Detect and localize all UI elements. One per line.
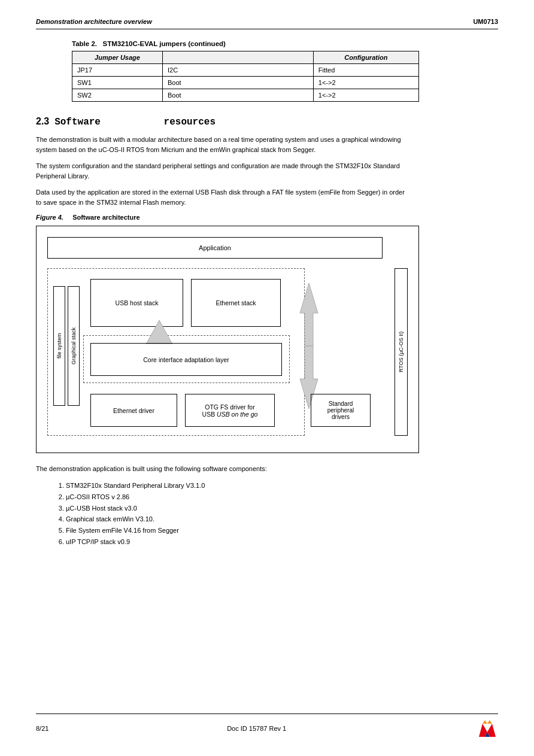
list-item: File System emFile V4.16 from Segger [66, 525, 498, 536]
application-bar: Application [47, 237, 383, 259]
section-heading: 2.3 Software resources [36, 116, 498, 127]
st-logo-svg [477, 718, 498, 739]
para-3: Data used by the application are stored … [36, 187, 407, 208]
list-item: Graphical stack emWin V3.10. [66, 514, 498, 525]
small-up-arrow [141, 317, 177, 344]
table-name: STM3210C-EVAL jumpers (continued) [103, 40, 226, 47]
list-item: µC-OSII RTOS v 2.86 [66, 491, 498, 503]
table-label: Table 2. [72, 40, 97, 47]
arrow-up-svg [294, 277, 324, 349]
small-arrow-svg [141, 317, 177, 344]
col-empty [163, 51, 314, 64]
rtos-label: RTOS (µC-OS II) [395, 268, 408, 436]
table-title: Table 2. STM3210C-EVAL jumpers (continue… [72, 40, 498, 47]
core-box: Core interface adaptation layer [90, 343, 282, 376]
header-left: Demonstration architecture overview [36, 18, 152, 25]
figure-title: Figure 4. Software architecture [36, 214, 498, 221]
svg-marker-2 [146, 320, 172, 344]
rtos-label-text: RTOS (µC-OS II) [398, 332, 404, 372]
core-label: Core interface adaptation layer [143, 356, 229, 363]
fs-label: file system [53, 286, 65, 406]
figure-label: Figure 4. [36, 214, 63, 221]
section-title: Software resources [54, 117, 216, 127]
eth-driver-box: Ethernet driver [90, 394, 177, 427]
list-item: µC-USB Host stack v3.0 [66, 503, 498, 514]
section-number: 2.3 [36, 116, 49, 126]
arrow-up-gray [294, 277, 324, 349]
page-footer: 8/21 Doc ID 15787 Rev 1 [36, 714, 498, 739]
doc-id: Doc ID 15787 Rev 1 [227, 725, 286, 732]
fs-label-text: file system [56, 333, 62, 359]
para-1: The demonstration is built with a modula… [36, 135, 407, 155]
svg-marker-0 [300, 283, 318, 346]
header-right: UM0713 [473, 18, 498, 25]
page-number: 8/21 [36, 725, 48, 732]
col-config: Configuration [313, 51, 418, 64]
list-item: uIP TCP/IP stack v0.9 [66, 536, 498, 548]
jumper-table: Jumper Usage Configuration JP17I2CFitted… [72, 51, 419, 102]
table-row: JP17I2CFitted [72, 64, 419, 77]
table-row: SW2Boot1<->2 [72, 89, 419, 102]
software-list: STM32F10x Standard Peripheral Library V3… [60, 480, 498, 547]
graph-label: Graphical stack [68, 286, 80, 406]
table-row: SW1Boot1<->2 [72, 77, 419, 89]
eth-stack-label: Ethernet stack [216, 299, 256, 306]
st-logo [477, 718, 498, 739]
application-label: Application [199, 244, 231, 251]
list-item: STM32F10x Standard Peripheral Library V3… [66, 480, 498, 491]
std-periph-box: Standardperipheraldrivers [311, 394, 371, 427]
otg-label: OTG FS driver for USB USB on the go [202, 403, 258, 418]
sw-list-intro: The demonstration application is built u… [36, 464, 407, 474]
col-jumper: Jumper Usage [72, 51, 163, 64]
para-2: The system configuration and the standar… [36, 161, 407, 181]
usb-host-label: USB host stack [116, 299, 159, 306]
eth-stack-box: Ethernet stack [191, 279, 281, 327]
otg-box: OTG FS driver for USB USB on the go [185, 394, 275, 427]
architecture-diagram: Application file system Graphical stack … [36, 226, 419, 453]
page: Demonstration architecture overview UM07… [0, 0, 534, 756]
std-periph-label: Standardperipheraldrivers [327, 400, 354, 420]
figure-name: Software architecture [72, 214, 139, 221]
eth-driver-label: Ethernet driver [113, 407, 154, 414]
page-header: Demonstration architecture overview UM07… [36, 18, 498, 29]
graph-label-text: Graphical stack [71, 327, 77, 365]
